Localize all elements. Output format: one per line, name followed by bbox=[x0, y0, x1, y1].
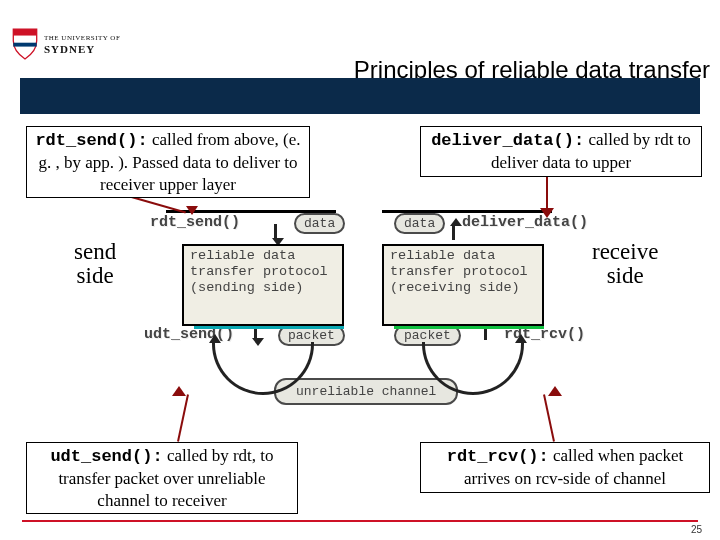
university-logo: THE UNIVERSITY OF SYDNEY bbox=[12, 20, 152, 68]
page-number: 25 bbox=[691, 524, 702, 535]
shield-icon bbox=[12, 27, 38, 61]
callout-udt-send: udt_send(): called by rdt, to transfer p… bbox=[26, 442, 298, 514]
university-name: THE UNIVERSITY OF SYDNEY bbox=[44, 34, 120, 55]
title-bar bbox=[20, 78, 700, 114]
slide-header: THE UNIVERSITY OF SYDNEY Principles of r… bbox=[0, 26, 720, 92]
diagram-label-rdt-send: rdt_send() bbox=[150, 214, 240, 231]
fn-name: rdt_send(): bbox=[35, 131, 147, 150]
uni-line1: THE UNIVERSITY OF bbox=[44, 34, 120, 42]
arrow-up-icon bbox=[452, 224, 455, 240]
fn-name: deliver_data(): bbox=[431, 131, 584, 150]
proto-box-sending: reliable datatransfer protocol(sending s… bbox=[182, 244, 344, 326]
proto-box-receiving: reliable datatransfer protocol(receiving… bbox=[382, 244, 544, 326]
callout-deliver-data: deliver_data(): called by rdt to deliver… bbox=[420, 126, 702, 177]
footer-rule bbox=[22, 520, 698, 522]
fn-name: udt_send(): bbox=[50, 447, 162, 466]
pill-data: data bbox=[394, 213, 445, 234]
label-receive-side: receiveside bbox=[592, 240, 658, 289]
protocol-diagram: rdt_send() deliver_data() udt_send() rdt… bbox=[150, 210, 590, 434]
pill-data: data bbox=[294, 213, 345, 234]
callout-rdt-send: rdt_send(): called from above, (e. g. , … bbox=[26, 126, 310, 198]
fn-name: rdt_rcv(): bbox=[447, 447, 549, 466]
label-send-side: sendside bbox=[74, 240, 116, 289]
callout-rdt-rcv: rdt_rcv(): called when packet arrives on… bbox=[420, 442, 710, 493]
pill-unreliable-channel: unreliable channel bbox=[274, 378, 458, 405]
diagram-label-deliver-data: deliver_data() bbox=[462, 214, 588, 231]
arrow-down-icon bbox=[274, 224, 277, 240]
uni-line2: SYDNEY bbox=[44, 43, 120, 55]
